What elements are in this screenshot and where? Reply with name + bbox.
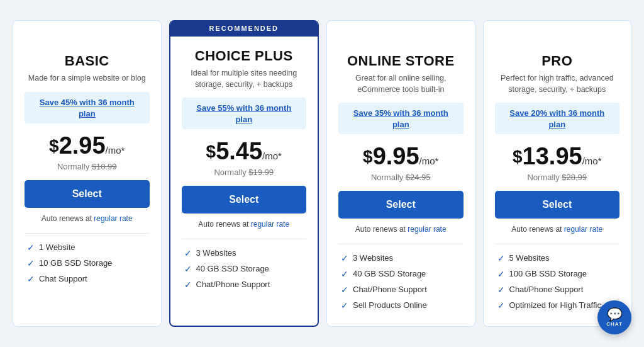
feature-item: ✓ 1 Website: [27, 242, 147, 253]
price-main: $9.95/mo*: [363, 143, 438, 169]
feature-item: ✓ 40 GB SSD Storage: [184, 264, 304, 274]
plan-name: PRO: [495, 53, 620, 69]
plan-card-pro: PRO Perfect for high traffic, advanced s…: [483, 20, 632, 327]
check-icon: ✓: [341, 269, 348, 279]
plan-card-online-store: ONLINE STORE Great for all online sellin…: [326, 20, 475, 327]
feature-text: Chat/Phone Support: [196, 280, 270, 289]
price-normally: Normally $24.95: [338, 173, 464, 182]
feature-item: ✓ 3 Websites: [341, 253, 461, 263]
price-row: $5.45/mo*: [182, 138, 307, 165]
price-row: $13.95/mo*: [495, 143, 620, 170]
chat-icon: 💬: [607, 308, 623, 321]
price-dollar: $: [49, 136, 59, 156]
feature-text: 5 Websites: [509, 253, 550, 263]
feature-text: 40 GB SSD Storage: [196, 264, 269, 273]
price-period: /mo*: [419, 156, 439, 166]
feature-item: ✓ Chat/Phone Support: [497, 285, 618, 295]
check-icon: ✓: [497, 300, 505, 310]
plan-name: CHOICE PLUS: [182, 48, 307, 64]
price-dollar: $: [513, 147, 523, 167]
feature-text: Chat/Phone Support: [353, 285, 427, 294]
card-body: CHOICE PLUS Ideal for multiple sites nee…: [170, 37, 318, 316]
check-icon: ✓: [497, 285, 505, 295]
savings-link[interactable]: Save 20% with 36 month plan: [509, 108, 604, 129]
auto-renew-text: Auto renews at regular rate: [182, 220, 307, 229]
select-button[interactable]: Select: [338, 191, 464, 219]
features-list: ✓ 3 Websites ✓ 40 GB SSD Storage ✓ Chat/…: [338, 253, 464, 316]
check-icon: ✓: [497, 253, 505, 263]
chat-label: CHAT: [606, 321, 623, 327]
price-period: /mo*: [106, 145, 125, 156]
card-body: ONLINE STORE Great for all online sellin…: [327, 42, 475, 316]
feature-text: 100 GB SSD Storage: [509, 269, 587, 278]
original-price: $24.95: [406, 173, 431, 182]
check-icon: ✓: [184, 248, 192, 258]
feature-text: 1 Website: [39, 242, 75, 252]
price-dollar: $: [206, 142, 216, 162]
feature-item: ✓ 3 Websites: [184, 248, 304, 258]
feature-text: Sell Products Online: [353, 300, 427, 310]
savings-link[interactable]: Save 45% with 36 month plan: [40, 98, 135, 118]
feature-item: ✓ Chat/Phone Support: [341, 285, 461, 295]
features-list: ✓ 3 Websites ✓ 40 GB SSD Storage ✓ Chat/…: [182, 248, 307, 295]
check-icon: ✓: [341, 285, 348, 295]
auto-renew-text: Auto renews at regular rate: [495, 225, 620, 234]
original-price: $28.99: [562, 173, 587, 182]
chat-widget[interactable]: 💬 CHAT: [597, 300, 631, 334]
card-top-spacer: [484, 21, 631, 42]
feature-text: Chat Support: [39, 274, 87, 283]
price-period: /mo*: [582, 156, 602, 166]
card-body: BASIC Made for a simple website or blog …: [13, 42, 161, 316]
savings-link[interactable]: Save 55% with 36 month plan: [196, 103, 291, 124]
check-icon: ✓: [341, 300, 348, 310]
feature-item: ✓ 100 GB SSD Storage: [497, 269, 618, 279]
feature-item: ✓ Chat Support: [27, 274, 147, 284]
check-icon: ✓: [497, 269, 505, 279]
price-period: /mo*: [262, 151, 282, 161]
select-button[interactable]: Select: [182, 186, 307, 213]
price-main: $5.45/mo*: [206, 138, 282, 164]
plan-description: Great for all online selling, eCommerce …: [338, 73, 464, 95]
savings-banner: Save 55% with 36 month plan: [182, 98, 307, 129]
price-normally: Normally $10.99: [25, 162, 150, 171]
plan-description: Ideal for multiple sites needing storage…: [182, 68, 307, 90]
price-row: $2.95/mo*: [25, 132, 150, 159]
original-price: $10.99: [92, 162, 117, 171]
original-price: $19.99: [248, 168, 274, 177]
plan-description: Perfect for high traffic, advanced stora…: [495, 73, 620, 95]
regular-rate-link[interactable]: regular rate: [564, 225, 602, 234]
feature-item: ✓ 40 GB SSD Storage: [341, 269, 461, 279]
plan-description: Made for a simple website or blog: [25, 73, 150, 84]
price-normally: Normally $28.99: [495, 173, 620, 182]
price-dollar: $: [363, 147, 373, 167]
divider: [182, 239, 307, 239]
check-icon: ✓: [27, 258, 35, 268]
pricing-container: BASIC Made for a simple website or blog …: [13, 20, 631, 327]
plan-card-basic: BASIC Made for a simple website or blog …: [13, 20, 162, 327]
plan-name: ONLINE STORE: [338, 53, 464, 69]
price-row: $9.95/mo*: [338, 143, 464, 170]
auto-renew-text: Auto renews at regular rate: [25, 214, 150, 223]
feature-item: ✓ 10 GB SSD Storage: [27, 258, 147, 268]
check-icon: ✓: [27, 274, 35, 284]
divider: [495, 244, 620, 244]
check-icon: ✓: [184, 280, 192, 290]
regular-rate-link[interactable]: regular rate: [94, 214, 132, 223]
savings-link[interactable]: Save 35% with 36 month plan: [353, 108, 448, 129]
recommended-badge: RECOMMENDED: [170, 20, 318, 37]
features-list: ✓ 1 Website ✓ 10 GB SSD Storage ✓ Chat S…: [25, 242, 150, 290]
feature-text: Optimized for High Traffic: [509, 300, 601, 310]
divider: [25, 233, 150, 234]
select-button[interactable]: Select: [495, 191, 620, 219]
card-top-spacer: [13, 21, 161, 42]
feature-item: ✓ Sell Products Online: [341, 300, 461, 310]
regular-rate-link[interactable]: regular rate: [408, 225, 446, 234]
feature-item: ✓ 5 Websites: [497, 253, 618, 263]
auto-renew-text: Auto renews at regular rate: [338, 225, 464, 234]
feature-text: 3 Websites: [353, 253, 393, 263]
feature-item: ✓ Chat/Phone Support: [184, 280, 304, 290]
select-button[interactable]: Select: [25, 180, 150, 208]
savings-banner: Save 45% with 36 month plan: [25, 92, 150, 123]
regular-rate-link[interactable]: regular rate: [251, 220, 289, 229]
divider: [338, 244, 464, 244]
